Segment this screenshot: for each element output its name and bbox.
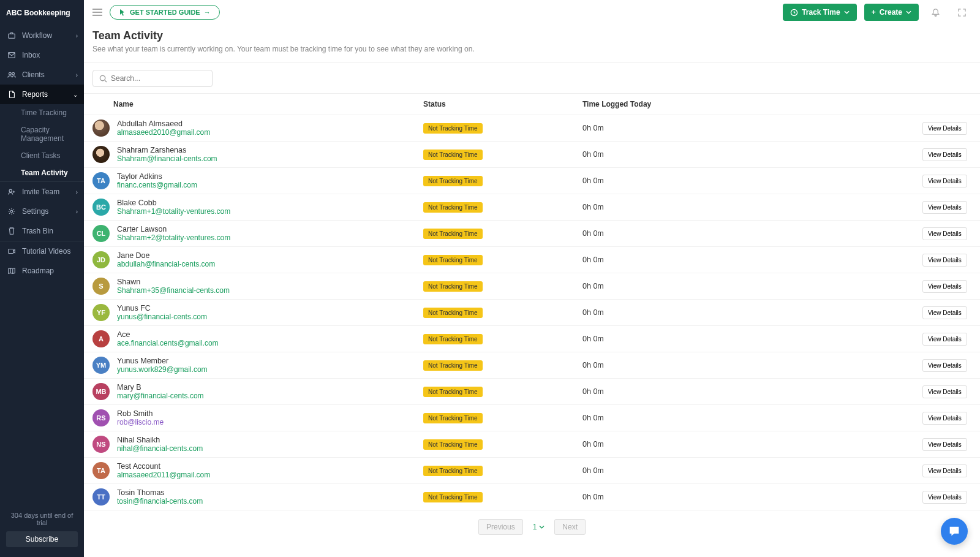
svg-rect-1	[9, 53, 15, 58]
person-email[interactable]: almasaeed2010@gmail.com	[117, 128, 210, 137]
avatar: YF	[92, 304, 110, 321]
person-email[interactable]: mary@financial-cents.com	[117, 392, 204, 400]
sidebar-item-invite-team[interactable]: Invite Team›	[0, 182, 84, 202]
subscribe-button[interactable]: Subscribe	[6, 531, 78, 547]
status-badge: Not Tracking Time	[423, 176, 483, 186]
sidebar-item-label: Invite Team	[22, 188, 59, 196]
avatar	[92, 146, 110, 163]
page-title: Team Activity	[92, 29, 971, 42]
person-email[interactable]: tosin@financial-cents.com	[117, 497, 203, 506]
person-name: Rob Smith	[117, 409, 164, 418]
sidebar-item-workflow[interactable]: Workflow›	[0, 26, 84, 45]
search-input-wrap[interactable]	[92, 70, 213, 87]
person-email[interactable]: Shahram@financial-cents.com	[117, 154, 217, 163]
track-time-button[interactable]: Track Time	[783, 4, 856, 21]
view-details-button[interactable]: View Details	[922, 438, 967, 451]
sidebar-item-tutorial-videos[interactable]: Tutorial Videos	[0, 241, 84, 261]
sidebar-subitem-time-tracking[interactable]: Time Tracking	[0, 104, 84, 121]
sidebar-item-label: Workflow	[22, 31, 52, 40]
page-selector[interactable]: 1	[528, 519, 550, 535]
video-icon	[6, 247, 17, 256]
sidebar-item-roadmap[interactable]: Roadmap	[0, 261, 84, 281]
chat-icon	[948, 525, 961, 538]
chevron-down-icon	[539, 525, 545, 529]
table-row: NSNihal Shaikhnihal@financial-cents.comN…	[84, 431, 980, 458]
sidebar-item-inbox[interactable]: Inbox	[0, 45, 84, 65]
status-badge: Not Tracking Time	[423, 439, 483, 450]
view-details-button[interactable]: View Details	[922, 385, 967, 398]
view-details-button[interactable]: View Details	[922, 148, 967, 161]
time-logged: 0h 0m	[582, 466, 922, 475]
sidebar-item-label: Trash Bin	[22, 227, 53, 235]
view-details-button[interactable]: View Details	[922, 227, 967, 240]
status-badge: Not Tracking Time	[423, 123, 483, 134]
view-details-button[interactable]: View Details	[922, 306, 967, 319]
table-row: TTTosin Thomastosin@financial-cents.comN…	[84, 484, 980, 510]
status-badge: Not Tracking Time	[423, 150, 483, 160]
time-logged: 0h 0m	[582, 387, 922, 396]
sidebar-item-settings[interactable]: Settings›	[0, 202, 84, 221]
bell-icon[interactable]	[926, 6, 945, 20]
person-name: Tosin Thomas	[117, 488, 203, 497]
sidebar-subitem-client-tasks[interactable]: Client Tasks	[0, 147, 84, 164]
sidebar-subitem-capacity-management[interactable]: Capacity Management	[0, 121, 84, 147]
person-email[interactable]: nihal@financial-cents.com	[117, 444, 203, 453]
sidebar-subitem-team-activity[interactable]: Team Activity	[0, 164, 84, 181]
person-email[interactable]: Shahram+1@totality-ventures.com	[117, 207, 230, 216]
person-email[interactable]: financ.cents@gmail.com	[117, 181, 197, 189]
view-details-button[interactable]: View Details	[922, 359, 967, 372]
view-details-button[interactable]: View Details	[922, 122, 967, 135]
time-logged: 0h 0m	[582, 335, 922, 343]
avatar: MB	[92, 383, 110, 400]
search-input[interactable]	[111, 74, 206, 83]
time-logged: 0h 0m	[582, 124, 922, 132]
chat-bubble[interactable]	[941, 518, 968, 545]
view-details-button[interactable]: View Details	[922, 254, 967, 267]
table-header: Name Status Time Logged Today	[84, 93, 980, 115]
time-logged: 0h 0m	[582, 361, 922, 369]
hamburger-icon[interactable]	[92, 9, 102, 16]
person-name: Yunus FC	[117, 304, 207, 313]
status-badge: Not Tracking Time	[423, 334, 483, 344]
svg-point-2	[9, 72, 11, 75]
view-details-button[interactable]: View Details	[922, 201, 967, 214]
sidebar-item-clients[interactable]: Clients›	[0, 65, 84, 85]
avatar: YM	[92, 357, 110, 374]
person-email[interactable]: ace.financial.cents@gmail.com	[117, 339, 219, 347]
expand-icon[interactable]	[952, 6, 971, 20]
status-badge: Not Tracking Time	[423, 229, 483, 239]
table-row: TATaylor Adkinsfinanc.cents@gmail.comNot…	[84, 168, 980, 194]
view-details-button[interactable]: View Details	[922, 491, 967, 504]
person-email[interactable]: abdullah@financial-cents.com	[117, 260, 215, 268]
person-email[interactable]: yunus.work829@gmail.com	[117, 365, 208, 374]
trial-text: 304 days until end of trial	[6, 512, 78, 526]
table-row: Shahram ZarshenasShahram@financial-cents…	[84, 142, 980, 168]
time-logged: 0h 0m	[582, 440, 922, 449]
sidebar-item-reports[interactable]: Reports⌄	[0, 85, 84, 104]
sidebar-item-trash-bin[interactable]: Trash Bin	[0, 221, 84, 241]
person-email[interactable]: yunus@financial-cents.com	[117, 313, 207, 321]
next-button[interactable]: Next	[554, 519, 586, 535]
person-email[interactable]: almasaeed2011@gmail.com	[117, 471, 210, 479]
chevron-right-icon: ›	[76, 32, 78, 39]
get-started-button[interactable]: GET STARTED GUIDE →	[110, 5, 220, 20]
view-details-button[interactable]: View Details	[922, 412, 967, 425]
status-badge: Not Tracking Time	[423, 413, 483, 423]
view-details-button[interactable]: View Details	[922, 464, 967, 477]
person-email[interactable]: Shahram+35@financial-cents.com	[117, 286, 230, 295]
person-email[interactable]: rob@liscio.me	[117, 418, 164, 426]
avatar: BC	[92, 199, 110, 216]
person-email[interactable]: Shahram+2@totality-ventures.com	[117, 233, 230, 242]
avatar: JD	[92, 251, 110, 268]
chevron-right-icon: ›	[76, 208, 78, 215]
avatar: A	[92, 330, 110, 347]
time-logged: 0h 0m	[582, 203, 922, 211]
create-button[interactable]: + Create	[864, 4, 919, 21]
table-row: Abdullah Almsaeedalmasaeed2010@gmail.com…	[84, 115, 980, 142]
view-details-button[interactable]: View Details	[922, 175, 967, 188]
view-details-button[interactable]: View Details	[922, 280, 967, 293]
prev-button[interactable]: Previous	[478, 519, 523, 535]
person-name: Ace	[117, 330, 219, 339]
view-details-button[interactable]: View Details	[922, 333, 967, 346]
avatar: CL	[92, 225, 110, 242]
